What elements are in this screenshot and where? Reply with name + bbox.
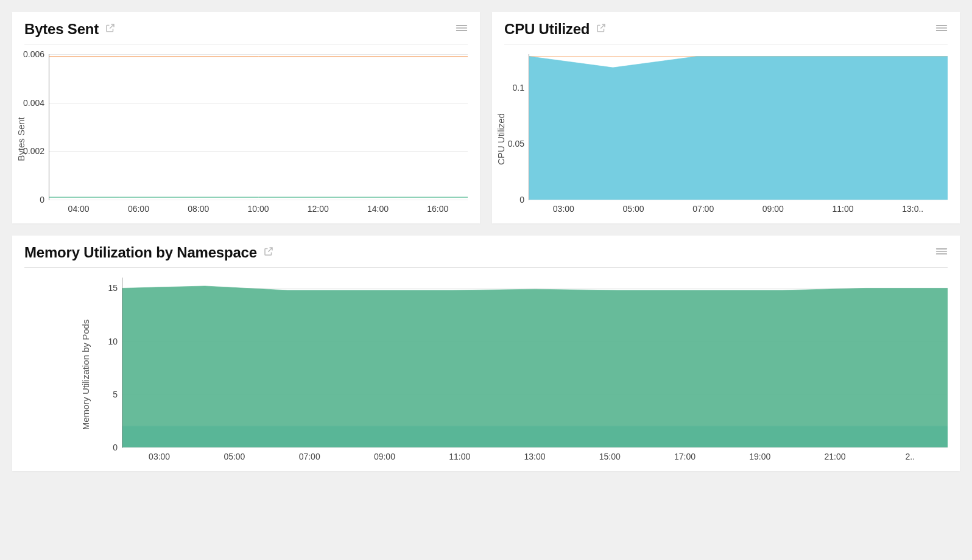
y-tick-label: 0 (519, 195, 529, 205)
y-tick-label: 0.006 (23, 49, 49, 59)
bytes-sent-chart: Bytes Sent 00.0020.0040.006 04:0006:0008… (24, 54, 468, 214)
x-tick-label: 03:00 (529, 204, 599, 214)
x-tick-label: 04:00 (49, 204, 108, 214)
x-tick-label: 15:00 (572, 452, 647, 461)
x-tick-label: 12:00 (288, 204, 348, 214)
y-tick-label: 0.1 (513, 83, 529, 93)
external-link-icon[interactable] (263, 246, 274, 259)
x-tick-label: 2.. (873, 452, 948, 461)
hamburger-menu-icon[interactable] (456, 24, 468, 35)
panel-title-wrap: CPU Utilized (504, 21, 607, 38)
external-link-icon[interactable] (596, 23, 607, 36)
hamburger-menu-icon[interactable] (935, 247, 948, 258)
y-axis-label: CPU Utilized (496, 113, 506, 165)
y-tick-label: 10 (108, 337, 122, 346)
panel-title: CPU Utilized (504, 21, 590, 38)
x-tick-label: 05:00 (599, 204, 669, 214)
y-tick-label: 5 (113, 390, 122, 399)
x-tick-label: 03:00 (122, 452, 197, 461)
x-tick-label: 07:00 (668, 204, 738, 214)
cpu-utilized-chart: CPU Utilized 00.050.1 03:0005:0007:0009:… (504, 54, 948, 214)
panel-title-wrap: Memory Utilization by Namespace (24, 244, 274, 261)
plot-area: 00.0020.0040.006 (49, 54, 468, 200)
panel-title: Memory Utilization by Namespace (24, 244, 257, 261)
x-axis-ticks: 03:0005:0007:0009:0011:0013:0.. (529, 204, 948, 214)
external-link-icon[interactable] (105, 23, 116, 36)
y-tick-label: 0.002 (23, 146, 49, 156)
x-tick-label: 09:00 (347, 452, 422, 461)
y-tick-label: 0 (40, 195, 49, 205)
y-tick-label: 0.004 (23, 98, 49, 108)
panel-header: CPU Utilized (504, 21, 948, 44)
x-tick-label: 08:00 (169, 204, 228, 214)
x-tick-label: 11:00 (422, 452, 497, 461)
x-tick-label: 09:00 (738, 204, 808, 214)
hamburger-menu-icon[interactable] (935, 24, 948, 35)
y-tick-label: 0.05 (508, 139, 529, 149)
memory-utilization-chart: Memory Utilization by Pods 051015 03:000… (24, 278, 948, 461)
panel-title-wrap: Bytes Sent (24, 21, 116, 38)
y-axis-label: Memory Utilization by Pods (80, 320, 91, 430)
plot-area: 00.050.1 (529, 54, 948, 200)
panel-header: Bytes Sent (24, 21, 468, 44)
x-axis-ticks: 04:0006:0008:0010:0012:0014:0016:00 (49, 204, 468, 214)
x-tick-label: 14:00 (348, 204, 407, 214)
x-tick-label: 17:00 (647, 452, 722, 461)
x-axis-ticks: 03:0005:0007:0009:0011:0013:0015:0017:00… (122, 452, 948, 461)
x-tick-label: 05:00 (197, 452, 272, 461)
panel-cpu-utilized: CPU Utilized CPU Utilized 00.050.1 03:00… (492, 12, 960, 223)
x-tick-label: 07:00 (272, 452, 347, 461)
x-tick-label: 21:00 (797, 452, 872, 461)
x-tick-label: 13:0.. (878, 204, 948, 214)
panel-bytes-sent: Bytes Sent Bytes Sent 00.0020.0040.006 0… (12, 12, 480, 223)
x-tick-label: 11:00 (808, 204, 878, 214)
plot-area: 051015 (122, 278, 948, 448)
x-tick-label: 13:00 (497, 452, 572, 461)
x-tick-label: 10:00 (228, 204, 288, 214)
panel-header: Memory Utilization by Namespace (24, 244, 948, 268)
panel-memory-utilization: Memory Utilization by Namespace Memory U… (12, 236, 960, 471)
x-tick-label: 06:00 (108, 204, 168, 214)
x-tick-label: 16:00 (408, 204, 468, 214)
x-tick-label: 19:00 (722, 452, 797, 461)
panel-title: Bytes Sent (24, 21, 99, 38)
dashboard-grid: Bytes Sent Bytes Sent 00.0020.0040.006 0… (12, 12, 960, 471)
y-tick-label: 0 (113, 443, 122, 452)
y-tick-label: 15 (108, 283, 122, 293)
